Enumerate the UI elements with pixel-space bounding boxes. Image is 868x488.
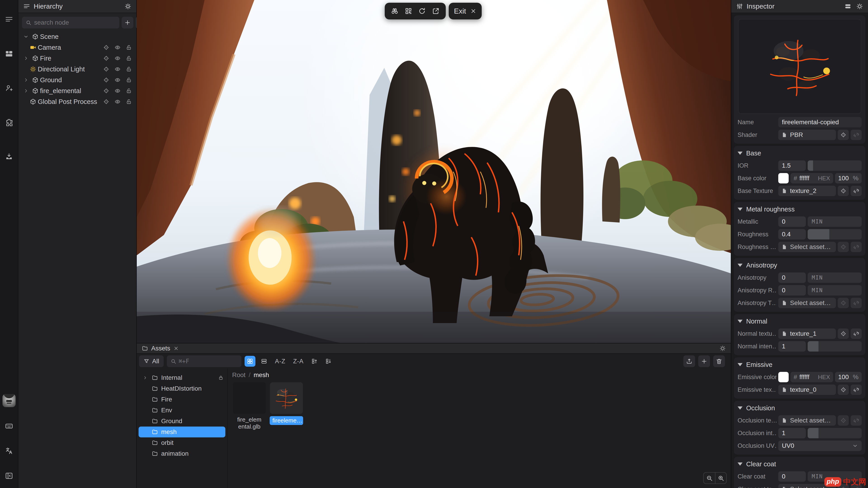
folder-ground[interactable]: Ground (137, 416, 227, 427)
layout-rows-icon[interactable] (844, 3, 851, 10)
hierarchy-node-fire[interactable]: Fire (18, 53, 136, 64)
sort-az-button[interactable]: A-Z (273, 358, 288, 365)
assets-search[interactable] (167, 355, 241, 367)
visibility-icon[interactable] (115, 44, 121, 51)
zoom-out-icon[interactable] (704, 473, 715, 484)
focus-icon[interactable] (103, 99, 109, 105)
hierarchy-node-camera[interactable]: Camera (18, 42, 136, 53)
unlink-asset-button[interactable] (850, 242, 862, 252)
unlock-icon[interactable] (126, 77, 132, 83)
folder-heatdistortion[interactable]: HeatDIstortion (137, 383, 227, 394)
exit-button[interactable]: Exit (449, 3, 482, 20)
sort-za-button[interactable]: Z-A (291, 358, 306, 365)
gear-icon[interactable] (856, 3, 863, 10)
metallic-value[interactable]: 0 (778, 217, 806, 227)
normal-texture-chip[interactable]: texture_1 (778, 328, 836, 339)
hierarchy-node-ground[interactable]: Ground (18, 74, 136, 86)
focus-icon[interactable] (103, 44, 109, 51)
focus-icon[interactable] (103, 66, 109, 72)
hierarchy-node-fire-elemental[interactable]: fire_elemental (18, 86, 136, 96)
section-header-metal-roughness[interactable]: Metal roughness (738, 204, 862, 214)
delete-asset-button[interactable] (713, 355, 725, 367)
occlusion-uv-dropdown[interactable]: UV0 (778, 441, 862, 451)
base-color-hex[interactable]: # ffffff HEX (790, 173, 833, 184)
locate-asset-button[interactable] (838, 298, 849, 308)
emissive-color-swatch[interactable] (778, 372, 789, 382)
dashboard-icon[interactable] (3, 48, 15, 60)
unlock-icon[interactable] (126, 55, 132, 61)
unlock-icon[interactable] (126, 99, 132, 105)
avatar[interactable] (2, 394, 16, 407)
unlink-asset-button[interactable] (850, 328, 862, 339)
focus-icon[interactable] (103, 77, 109, 83)
base-color-swatch[interactable] (778, 173, 789, 184)
open-external-icon[interactable] (432, 7, 440, 15)
asset-item-glb[interactable]: fire_elemental.glb (232, 382, 267, 430)
hierarchy-node-directional-light[interactable]: Directional Light (18, 64, 136, 74)
visibility-icon[interactable] (115, 88, 121, 94)
section-header-normal[interactable]: Normal (738, 316, 862, 326)
section-header-base[interactable]: Base (738, 148, 862, 158)
sort-descending-icon[interactable] (323, 356, 334, 367)
assets-tab-label[interactable]: Assets (151, 345, 170, 352)
add-asset-button[interactable] (698, 355, 710, 367)
menu-icon[interactable] (3, 13, 15, 25)
chevron-right-icon[interactable] (22, 88, 31, 94)
sort-ascending-icon[interactable] (309, 356, 320, 367)
ior-value[interactable]: 1.5 (778, 160, 806, 171)
upload-asset-button[interactable] (683, 355, 695, 367)
viewport-3d-scene[interactable]: Exit (137, 0, 731, 343)
unlock-icon[interactable] (126, 44, 132, 51)
emissive-color-hex[interactable]: # ffffff HEX (790, 372, 833, 382)
extensions-icon[interactable] (3, 117, 15, 128)
anisotropy-slider[interactable]: MIN (808, 272, 862, 283)
hierarchy-search[interactable] (22, 17, 119, 29)
unlink-asset-button[interactable] (850, 415, 862, 426)
gear-icon[interactable] (125, 3, 131, 10)
roughness-slider[interactable] (808, 229, 862, 239)
roughness-value[interactable]: 0.4 (778, 229, 806, 239)
grid-view-button[interactable] (245, 356, 255, 367)
emissive-texture-chip[interactable]: texture_0 (778, 385, 836, 395)
unlock-icon[interactable] (126, 88, 132, 94)
roughness-texture-chip[interactable]: Select asset… (778, 242, 836, 252)
emissive-color-alpha[interactable]: 100 % (835, 372, 862, 382)
clear-coat-value[interactable]: 0 (778, 471, 806, 482)
visibility-icon[interactable] (115, 55, 121, 61)
folder-internal[interactable]: Internal (137, 372, 227, 383)
asset-item-material-selected[interactable]: fireeleme… (269, 382, 304, 430)
occlusion-intensity-slider[interactable] (808, 428, 862, 438)
list-view-button[interactable] (258, 356, 270, 367)
section-header-occlusion[interactable]: Occlusion (738, 403, 862, 413)
chevron-right-icon[interactable] (22, 77, 31, 83)
material-preview[interactable] (738, 19, 861, 114)
gear-icon[interactable] (719, 345, 726, 352)
section-header-anisotropy[interactable]: Anisotropy (738, 260, 862, 270)
keyboard-shortcuts-icon[interactable] (3, 420, 15, 432)
translate-icon[interactable] (3, 445, 15, 457)
metallic-slider[interactable]: MIN (808, 217, 862, 227)
unlink-asset-button[interactable] (850, 298, 862, 308)
folder-orbit[interactable]: orbit (137, 437, 227, 448)
chevron-down-icon[interactable] (22, 34, 31, 39)
folder-env[interactable]: Env (137, 405, 227, 416)
section-header-clear-coat[interactable]: Clear coat (738, 459, 862, 469)
shader-asset-chip[interactable]: PBR (778, 130, 836, 140)
anisotropy-rotation-slider[interactable]: MIN (808, 285, 862, 295)
import-icon[interactable] (3, 151, 15, 163)
collapse-sidebar-icon[interactable] (3, 470, 15, 482)
locate-asset-button[interactable] (838, 130, 849, 140)
locate-asset-button[interactable] (838, 186, 849, 196)
anisotropy-texture-chip[interactable]: Select asset… (778, 298, 836, 308)
anisotropy-value[interactable]: 0 (778, 272, 806, 283)
folder-animation[interactable]: animation (137, 448, 227, 459)
chevron-right-icon[interactable] (22, 56, 31, 61)
unlock-icon[interactable] (126, 66, 132, 72)
section-header-emissive[interactable]: Emissive (738, 360, 862, 369)
hierarchy-node-global-post-process[interactable]: Global Post Process (18, 96, 136, 107)
visibility-icon[interactable] (115, 66, 121, 72)
occlusion-intensity-value[interactable]: 1 (778, 428, 806, 438)
locate-asset-button[interactable] (838, 328, 849, 339)
qr-code-icon[interactable] (405, 7, 412, 15)
base-texture-chip[interactable]: texture_2 (778, 186, 836, 196)
